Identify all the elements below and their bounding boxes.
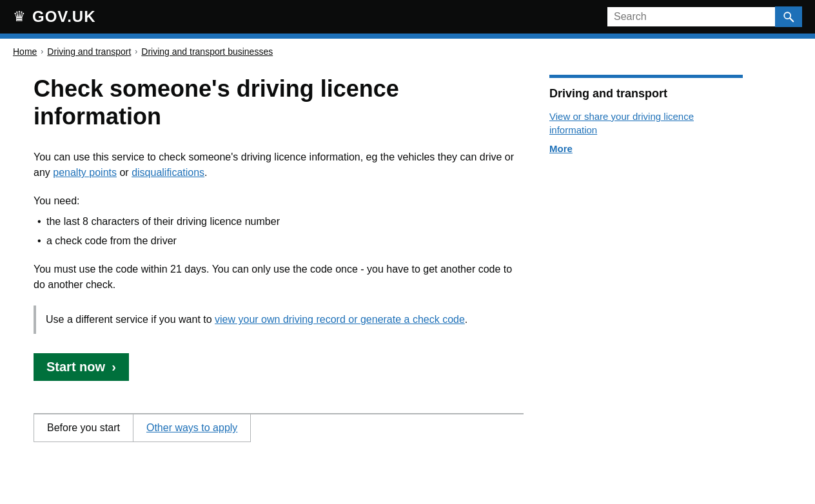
callout-end: .	[465, 314, 467, 325]
svg-line-1	[790, 18, 793, 21]
requirements-heading: You need:	[34, 193, 524, 209]
search-input[interactable]	[607, 7, 775, 26]
search-form	[607, 6, 802, 27]
site-header: ♛ GOV.UK	[0, 0, 815, 34]
search-button[interactable]	[775, 6, 802, 27]
list-item: a check code from the driver	[34, 233, 524, 249]
crown-icon: ♛	[13, 8, 26, 25]
gov-uk-logo-text: GOV.UK	[32, 8, 95, 26]
sidebar-view-licence-link[interactable]: View or share your driving licence infor…	[549, 110, 743, 137]
callout-box: Use a different service if you want to v…	[34, 305, 524, 334]
code-note: You must use the code within 21 days. Yo…	[34, 262, 524, 293]
intro-mid: or	[119, 167, 128, 178]
intro-end: .	[204, 167, 207, 178]
sidebar-accent-bar	[549, 75, 743, 78]
intro-paragraph: You can use this service to check someon…	[34, 150, 524, 180]
tab-other-ways[interactable]: Other ways to apply	[133, 414, 251, 442]
requirements-list: the last 8 characters of their driving l…	[34, 214, 524, 249]
sidebar-heading: Driving and transport	[549, 87, 743, 101]
callout-text: Use a different service if you want to	[46, 314, 212, 325]
sidebar: Driving and transport View or share your…	[549, 75, 743, 442]
callout-link[interactable]: view your own driving record or generate…	[215, 314, 465, 325]
breadcrumb-driving-transport[interactable]: Driving and transport	[47, 46, 131, 57]
blue-accent-bar	[0, 34, 815, 39]
main-container: Check someone's driving licence informat…	[21, 62, 794, 468]
gov-uk-logo[interactable]: ♛ GOV.UK	[13, 8, 95, 26]
breadcrumb-driving-transport-businesses[interactable]: Driving and transport businesses	[141, 46, 273, 57]
page-title: Check someone's driving licence informat…	[34, 75, 524, 130]
tab-before-you-start[interactable]: Before you start	[34, 414, 133, 442]
breadcrumb-sep-1: ›	[41, 47, 43, 56]
start-arrow-icon: ›	[112, 360, 116, 374]
list-item: the last 8 characters of their driving l…	[34, 214, 524, 229]
breadcrumb: Home › Driving and transport › Driving a…	[0, 39, 815, 62]
tabs-row: Before you start Other ways to apply	[34, 413, 524, 442]
start-now-button[interactable]: Start now ›	[34, 353, 129, 381]
penalty-points-link[interactable]: penalty points	[53, 167, 117, 178]
disqualifications-link[interactable]: disqualifications	[132, 167, 204, 178]
sidebar-more-link[interactable]: More	[549, 143, 743, 154]
breadcrumb-home[interactable]: Home	[13, 46, 37, 57]
breadcrumb-sep-2: ›	[135, 47, 137, 56]
search-icon	[783, 11, 794, 23]
main-content: Check someone's driving licence informat…	[34, 75, 524, 442]
start-button-label: Start now	[46, 360, 105, 374]
